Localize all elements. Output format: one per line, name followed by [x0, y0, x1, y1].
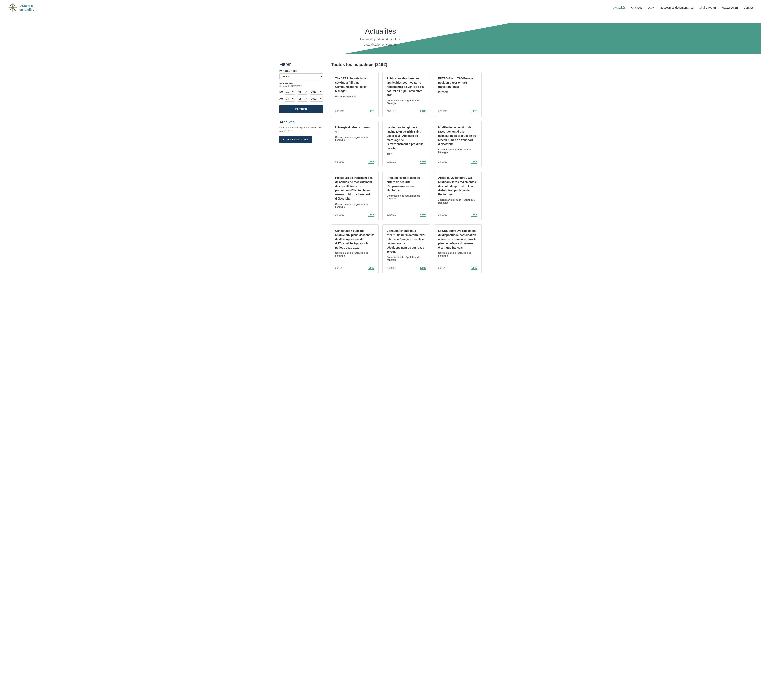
- card-title: ENTSO-E and T&D Europe position paper on…: [438, 77, 477, 89]
- au-month-select[interactable]: 11: [297, 96, 307, 102]
- card-title: La CRE approuve l'inclusion du dispositi…: [438, 229, 477, 250]
- news-card[interactable]: Consultation publique n°2021-12 du 28 oc…: [382, 224, 430, 273]
- nav-item-analyses[interactable]: Analyses: [631, 6, 642, 9]
- card-footer: 03/11/21 LIRE: [335, 109, 374, 113]
- main-layout: Filtrer PAR SOURCES Toutes Commission de…: [271, 54, 490, 281]
- dates-label: PAR DATES: [279, 82, 323, 84]
- date-section: PAR DATES (à partir du 01/09/2019) DU 01…: [279, 82, 323, 102]
- au-day-select[interactable]: 03: [285, 96, 295, 102]
- card-title: Consultation publique n°2021-12 du 28 oc…: [387, 229, 426, 254]
- logo-line1: L'Énergie: [19, 4, 33, 7]
- news-card[interactable]: Incident radiologique à l'usine LME de T…: [382, 121, 430, 167]
- card-lire-link[interactable]: LIRE: [368, 213, 374, 217]
- nav-item-master[interactable]: Master DT2E: [722, 6, 738, 9]
- card-footer: 29/10/21 LIRE: [387, 213, 426, 217]
- du-label: DU: [279, 91, 284, 93]
- sources-select[interactable]: Toutes Commission de régulation de l'éne…: [279, 73, 323, 80]
- card-source: Commission de régulation de l'énergie: [335, 252, 374, 257]
- nav-menu: Actualités Analyses QCM Ressources docum…: [613, 6, 753, 9]
- archives-button[interactable]: VOIR LES ARCHIVES: [279, 136, 312, 143]
- du-day-select[interactable]: 01: [285, 89, 295, 95]
- navbar: L'Énergie en lumière Actualités Analyses…: [0, 0, 761, 15]
- archives-section: Archives Consulter les historiques de ja…: [279, 120, 323, 143]
- card-date: 29/10/21: [387, 267, 396, 269]
- card-footer: 29/10/21 LIRE: [438, 160, 477, 164]
- hero-title: Actualités: [4, 27, 757, 36]
- card-title: Projet de décret relatif au critère de s…: [387, 176, 426, 192]
- card-lire-link[interactable]: LIRE: [420, 109, 426, 113]
- svg-line-5: [10, 5, 11, 6]
- card-lire-link[interactable]: LIRE: [471, 109, 477, 113]
- hero-section: Actualités L'actualité juridique du sect…: [0, 15, 761, 54]
- card-lire-link[interactable]: LIRE: [368, 266, 374, 270]
- card-lire-link[interactable]: LIRE: [368, 109, 374, 113]
- card-date: 29/10/21: [438, 160, 448, 163]
- du-month-select[interactable]: 01: [297, 89, 307, 95]
- date-au-row: AU 03 / 11 / 2021: [279, 96, 323, 102]
- au-label: AU: [279, 97, 284, 100]
- nav-item-ressources[interactable]: Ressources documentaires: [660, 6, 694, 9]
- sidebar: Filtrer PAR SOURCES Toutes Commission de…: [279, 62, 323, 273]
- news-card[interactable]: The CEER Secretariat is seeking a full-t…: [331, 72, 379, 117]
- card-source: Commission de régulation de l'énergie: [335, 203, 374, 208]
- card-lire-link[interactable]: LIRE: [420, 160, 426, 164]
- card-title: Procédure de traitement des demandes de …: [335, 176, 374, 201]
- card-lire-link[interactable]: LIRE: [471, 266, 477, 270]
- date-note: (à partir du 01/09/2019): [279, 85, 323, 88]
- news-card[interactable]: Arrêté du 27 octobre 2021 relatif aux ta…: [434, 171, 482, 220]
- card-date: 29/10/21: [438, 214, 448, 216]
- card-title: L'énergie du droit - numero 44: [335, 125, 374, 134]
- card-body: Consultation publique relative aux plans…: [335, 229, 374, 264]
- card-date: 02/11/21: [387, 160, 396, 163]
- card-source: Commission de régulation de l'énergie: [387, 99, 426, 105]
- card-source: Commission de régulation de l'énergie: [387, 256, 426, 261]
- logo[interactable]: L'Énergie en lumière: [8, 3, 34, 12]
- filter-section: PAR SOURCES Toutes Commission de régulat…: [279, 70, 323, 113]
- nav-item-chaire[interactable]: Chaire MOVE: [699, 6, 716, 9]
- svg-line-7: [10, 9, 11, 10]
- card-date: 03/11/21: [335, 110, 345, 113]
- news-card[interactable]: L'énergie du droit - numero 44 Commissio…: [331, 121, 379, 167]
- card-body: Modèle de convention de raccordement d'u…: [438, 125, 477, 158]
- card-lire-link[interactable]: LIRE: [471, 160, 477, 164]
- logo-line2: en lumière: [19, 8, 34, 11]
- card-footer: 29/10/21 LIRE: [335, 213, 374, 217]
- cards-grid: The CEER Secretariat is seeking a full-t…: [331, 72, 482, 273]
- content-heading: Toutes les actualités (3192): [331, 62, 482, 67]
- news-card[interactable]: ENTSO-E and T&D Europe position paper on…: [434, 72, 482, 117]
- nav-item-qcm[interactable]: QCM: [648, 6, 655, 9]
- archives-description: Consulter les historiques de janvier 201…: [279, 126, 323, 133]
- news-card[interactable]: Consultation publique relative aux plans…: [331, 224, 379, 273]
- news-card[interactable]: La CRE approuve l'inclusion du dispositi…: [434, 224, 482, 273]
- nav-item-actualites[interactable]: Actualités: [613, 6, 625, 10]
- logo-icon: [8, 3, 17, 12]
- card-source: Union Européenne: [335, 95, 374, 98]
- card-footer: 29/10/21 LIRE: [438, 213, 477, 217]
- filtrer-button[interactable]: FILTRER: [279, 105, 323, 113]
- card-date: 29/10/21: [335, 214, 345, 216]
- nav-item-contact[interactable]: Contact: [744, 6, 753, 9]
- news-card[interactable]: Publication des barèmes applicables pour…: [382, 72, 430, 117]
- du-year-select[interactable]: 2019: [310, 89, 323, 95]
- au-year-select[interactable]: 2021: [310, 96, 323, 102]
- news-card[interactable]: Procédure de traitement des demandes de …: [331, 171, 379, 220]
- card-footer: 29/10/21 LIRE: [438, 266, 477, 270]
- news-card[interactable]: Modèle de convention de raccordement d'u…: [434, 121, 482, 167]
- card-lire-link[interactable]: LIRE: [368, 160, 374, 164]
- card-source: Commission de régulation de l'énergie: [335, 136, 374, 141]
- card-footer: 02/11/21 LIRE: [387, 160, 426, 164]
- card-title: The CEER Secretariat is seeking a full-t…: [335, 77, 374, 93]
- card-lire-link[interactable]: LIRE: [420, 266, 426, 270]
- date-du-row: DU 01 / 01 / 2019: [279, 89, 323, 95]
- hero-subtitle2: Actualisation en continu.: [4, 43, 757, 46]
- card-source: Commission de régulation de l'énergie: [387, 194, 426, 200]
- card-body: Procédure de traitement des demandes de …: [335, 176, 374, 211]
- sources-label: PAR SOURCES: [279, 70, 323, 72]
- archives-title: Archives: [279, 120, 323, 124]
- card-body: La CRE approuve l'inclusion du dispositi…: [438, 229, 477, 264]
- card-source: IRSN: [387, 152, 426, 155]
- news-card[interactable]: Projet de décret relatif au critère de s…: [382, 171, 430, 220]
- card-lire-link[interactable]: LIRE: [471, 213, 477, 217]
- card-date: 02/11/21: [335, 160, 345, 163]
- card-lire-link[interactable]: LIRE: [420, 213, 426, 217]
